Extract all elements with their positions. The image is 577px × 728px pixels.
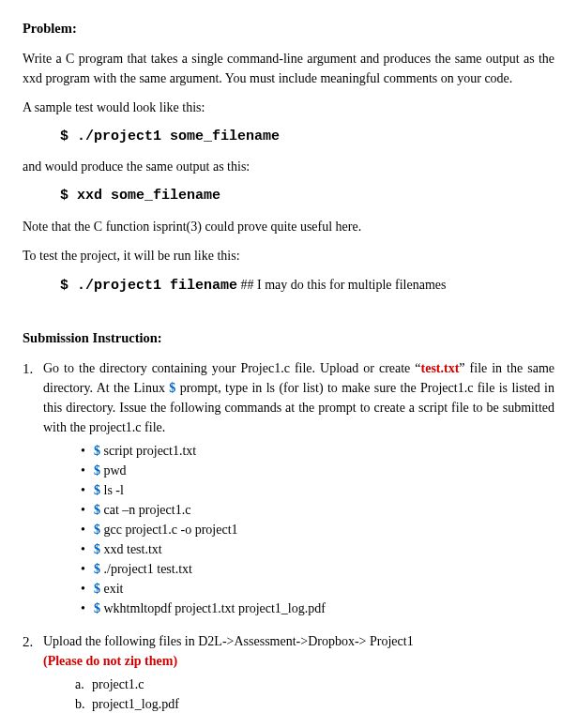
cmd-item: $ gcc project1.c -o project1 xyxy=(81,520,554,539)
dollar-icon: $ xyxy=(94,562,100,576)
cmd-text: exit xyxy=(100,582,124,596)
cmd-item: $ cat –n project1.c xyxy=(81,500,554,520)
submission-item-1: 1. Go to the directory containing your P… xyxy=(23,358,554,618)
item1-number: 1. xyxy=(23,358,33,380)
dollar-icon: $ xyxy=(94,483,100,497)
problem-section: Problem: Write a C program that takes a … xyxy=(23,19,554,296)
file-item: b.project1_log.pdf xyxy=(75,694,554,714)
cmd-text: ./project1 test.txt xyxy=(100,562,192,576)
cmd-text: script project1.txt xyxy=(100,444,196,458)
code-sample-3: $ ./project1 filename ## I may do this f… xyxy=(60,275,554,297)
item2-warning: (Please do not zip them) xyxy=(43,654,177,668)
cmd-item: $ pwd xyxy=(81,461,554,480)
problem-para-2: A sample test would look like this: xyxy=(23,98,554,117)
dollar-icon: $ xyxy=(94,523,100,537)
problem-para-1: Write a C program that takes a single co… xyxy=(23,49,554,88)
problem-heading: Problem: xyxy=(23,19,554,39)
cmd-text: pwd xyxy=(100,463,127,478)
cmd-item: $ wkhtmltopdf project1.txt project1_log.… xyxy=(81,599,554,618)
code-sample-2: $ xxd some_filename xyxy=(60,186,554,207)
alpha-marker: a. xyxy=(75,675,84,694)
cmd-text: cat –n project1.c xyxy=(100,503,190,517)
cmd-item: $ xxd test.txt xyxy=(81,539,554,559)
alpha-marker: b. xyxy=(75,694,85,714)
commands-list: $ script project1.txt $ pwd $ ls -l $ ca… xyxy=(43,441,554,618)
cmd-text: wkhtmltopdf project1.txt project1_log.pd… xyxy=(100,601,326,615)
dollar-icon: $ xyxy=(94,503,100,517)
cmd-text: ls -l xyxy=(100,483,124,497)
files-list: a.project1.c b.project1_log.pdf xyxy=(43,675,554,714)
problem-para-4: Note that the C function isprint(3) coul… xyxy=(23,217,554,236)
dollar-icon: $ xyxy=(94,542,100,556)
code-sample-1: $ ./project1 some_filename xyxy=(60,127,554,148)
submission-item-2: 2. Upload the following files in D2L->As… xyxy=(23,631,554,714)
submission-list: 1. Go to the directory containing your P… xyxy=(23,358,554,714)
item2-text: Upload the following files in D2L->Asses… xyxy=(43,634,414,648)
dollar-icon: $ xyxy=(94,444,100,458)
item1-filename: test.txt xyxy=(421,361,460,375)
cmd-item: $ ./project1 test.txt xyxy=(81,559,554,579)
cmd-text: xxd test.txt xyxy=(100,542,162,556)
item2-number: 2. xyxy=(23,631,33,653)
file-name: project1_log.pdf xyxy=(92,697,179,711)
cmd-text: gcc project1.c -o project1 xyxy=(100,523,238,537)
submission-heading: Submission Instruction: xyxy=(23,328,554,349)
dollar-icon: $ xyxy=(94,582,100,596)
code-sample-3-comment: ## I may do this for multiple filenames xyxy=(237,278,446,292)
dollar-icon: $ xyxy=(94,601,100,615)
problem-para-5: To test the project, it will be run like… xyxy=(23,246,554,265)
dollar-icon: $ xyxy=(94,463,100,478)
cmd-item: $ exit xyxy=(81,579,554,599)
submission-section: Submission Instruction: 1. Go to the dir… xyxy=(23,328,554,714)
cmd-item: $ script project1.txt xyxy=(81,441,554,461)
file-name: project1.c xyxy=(92,677,144,691)
cmd-item: $ ls -l xyxy=(81,480,554,500)
code-sample-3-cmd: $ ./project1 filename xyxy=(60,278,237,294)
item1-text-pre: Go to the directory containing your Proj… xyxy=(43,361,421,375)
file-item: a.project1.c xyxy=(75,675,554,694)
problem-para-3: and would produce the same output as thi… xyxy=(23,157,554,176)
